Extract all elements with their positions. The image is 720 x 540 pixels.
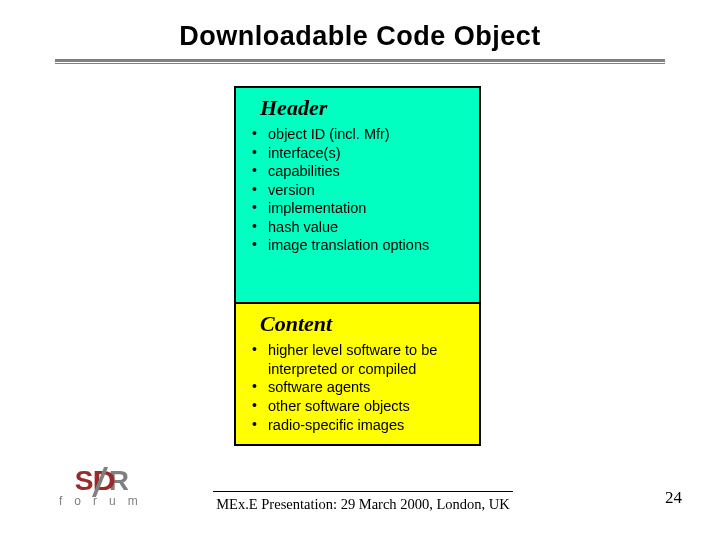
footer-text: MEx.E Presentation: 29 March 2000, Londo… (213, 496, 513, 513)
list-item: interface(s) (252, 144, 467, 163)
header-list: object ID (incl. Mfr) interface(s) capab… (252, 125, 467, 255)
logo-subtext: forum (59, 494, 150, 508)
list-item: radio-specific images (252, 416, 467, 435)
list-item: other software objects (252, 397, 467, 416)
page-number: 24 (665, 488, 682, 508)
list-item: hash value (252, 218, 467, 237)
logo-slash-icon (93, 469, 106, 493)
title-rule (55, 59, 665, 64)
footer-rule (213, 491, 513, 492)
list-item: capabilities (252, 162, 467, 181)
object-stack: Header object ID (incl. Mfr) interface(s… (234, 86, 481, 446)
list-item: version (252, 181, 467, 200)
list-item: object ID (incl. Mfr) (252, 125, 467, 144)
footer: MEx.E Presentation: 29 March 2000, Londo… (213, 491, 513, 513)
list-item: implementation (252, 199, 467, 218)
list-item: higher level software to be interpreted … (252, 341, 467, 378)
content-block: Content higher level software to be inte… (234, 302, 481, 446)
sdr-forum-logo: SDR forum (55, 469, 150, 508)
list-item: image translation options (252, 236, 467, 255)
header-heading: Header (260, 95, 467, 121)
list-item: software agents (252, 378, 467, 397)
content-heading: Content (260, 311, 467, 337)
slide-title: Downloadable Code Object (0, 0, 720, 52)
header-block: Header object ID (incl. Mfr) interface(s… (234, 86, 481, 305)
content-list: higher level software to be interpreted … (252, 341, 467, 434)
